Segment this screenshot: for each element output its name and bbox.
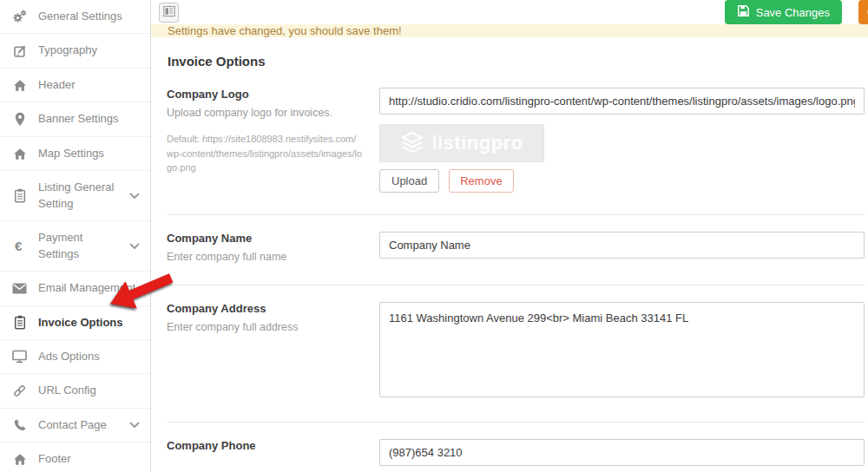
main-panel: Save Changes Settings have changed, you … xyxy=(151,0,868,472)
listingpro-settings-app: General Settings Typography Header Banne… xyxy=(0,0,868,472)
sidebar-item-listing-general-setting[interactable]: Listing General Setting xyxy=(0,171,150,221)
home-icon xyxy=(11,148,28,161)
home-icon xyxy=(11,79,28,92)
sidebar-item-general-settings[interactable]: General Settings xyxy=(0,0,150,34)
company-logo-description: Upload company logo for invoices. xyxy=(167,107,362,119)
remove-button[interactable]: Remove xyxy=(449,169,513,193)
topbar: Save Changes xyxy=(151,0,868,24)
company-logo-row: Company Logo Upload company logo for inv… xyxy=(167,88,865,214)
svg-text:€: € xyxy=(15,239,23,253)
save-changes-label: Save Changes xyxy=(756,6,830,19)
logo-wordmark: listingpro xyxy=(431,132,523,154)
company-logo-label: Company Logo xyxy=(167,88,362,101)
company-phone-label: Company Phone xyxy=(167,439,362,452)
company-name-input[interactable] xyxy=(379,232,865,259)
company-address-label: Company Address xyxy=(167,302,362,315)
logo-preview: listingpro xyxy=(379,124,544,162)
invoice-options-section: Invoice Options Company Logo Upload comp… xyxy=(151,37,868,472)
sidebar-item-url-config[interactable]: URL Config xyxy=(0,374,150,408)
sidebar-item-invoice-options[interactable]: Invoice Options xyxy=(0,306,150,340)
company-phone-row: Company Phone xyxy=(167,422,865,472)
company-address-textarea[interactable]: 1161 Washingtown Avenue 299<br> Miami Be… xyxy=(379,302,865,397)
company-address-row: Company Address Enter company full addre… xyxy=(167,285,865,422)
company-address-description: Enter company full address xyxy=(167,321,362,333)
sidebar-item-header[interactable]: Header xyxy=(0,69,150,102)
edit-icon xyxy=(11,44,28,58)
sidebar-item-map-settings[interactable]: Map Settings xyxy=(0,137,150,171)
phone-icon xyxy=(11,418,28,432)
settings-sidebar: General Settings Typography Header Banne… xyxy=(0,0,151,472)
sidebar-item-payment-settings[interactable]: € Payment Settings xyxy=(0,221,150,272)
layers-icon xyxy=(400,131,424,156)
unsaved-changes-notice: Settings have changed, you should save t… xyxy=(151,24,868,37)
desktop-icon xyxy=(11,350,28,364)
company-logo-default-note: Default: https://site1808983.nestifysite… xyxy=(167,132,362,175)
logo-url-input[interactable] xyxy=(379,88,865,115)
reset-button[interactable] xyxy=(858,0,868,24)
floppy-icon xyxy=(737,4,750,20)
company-name-label: Company Name xyxy=(167,232,362,245)
chevron-down-icon xyxy=(129,193,140,200)
home-icon xyxy=(11,453,28,466)
panel-toggle-button[interactable] xyxy=(159,3,179,23)
sidebar-item-contact-page[interactable]: Contact Page xyxy=(0,409,150,442)
save-changes-button[interactable]: Save Changes xyxy=(725,0,842,24)
sidebar-item-footer[interactable]: Footer xyxy=(0,442,150,472)
map-marker-icon xyxy=(11,112,28,127)
clipboard-icon xyxy=(11,188,28,203)
gears-icon xyxy=(11,10,28,23)
chevron-down-icon xyxy=(129,422,140,429)
clipboard-icon xyxy=(11,315,28,330)
sidebar-item-banner-settings[interactable]: Banner Settings xyxy=(0,102,150,136)
company-phone-input[interactable] xyxy=(379,439,865,466)
envelope-icon xyxy=(11,283,28,294)
company-name-row: Company Name Enter company full name xyxy=(167,214,865,285)
euro-icon: € xyxy=(11,239,28,253)
chevron-down-icon xyxy=(129,243,140,250)
sidebar-item-email-management[interactable]: Email Management xyxy=(0,272,150,305)
company-name-description: Enter company full name xyxy=(167,251,362,263)
upload-button[interactable]: Upload xyxy=(379,169,439,193)
sidebar-item-ads-options[interactable]: Ads Options xyxy=(0,340,150,374)
page-title: Invoice Options xyxy=(168,54,865,69)
panel-toggle-icon xyxy=(163,5,175,20)
notice-text: Settings have changed, you should save t… xyxy=(168,24,402,37)
link-icon xyxy=(11,384,28,398)
sidebar-item-typography[interactable]: Typography xyxy=(0,34,150,68)
